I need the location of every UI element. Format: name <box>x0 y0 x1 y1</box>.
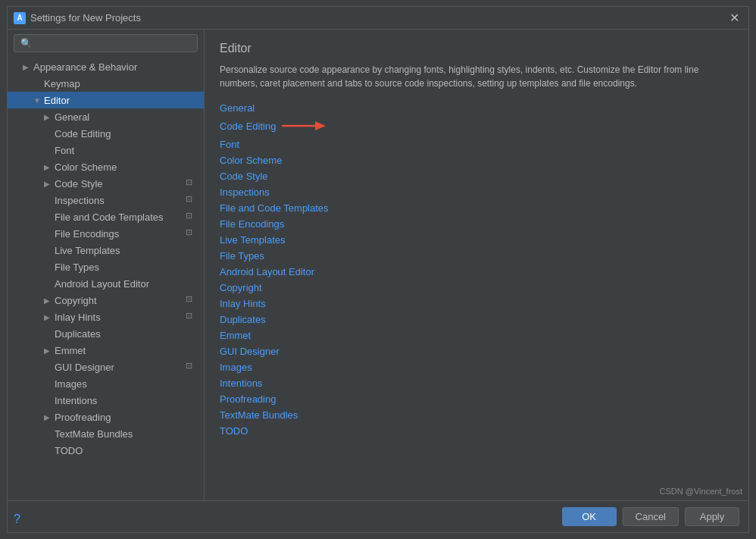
sidebar-item-label: GUI Designer <box>55 362 183 373</box>
content-link-emmet[interactable]: Emmet <box>220 329 733 342</box>
sidebar-item-inspections[interactable]: Inspections ⊡ <box>8 192 204 208</box>
copy-icon: ⊡ <box>186 194 198 206</box>
sidebar-item-label: Emmet <box>55 345 198 356</box>
sidebar-item-code-editing[interactable]: Code Editing <box>8 125 204 142</box>
sidebar-item-textmate-bundles[interactable]: TextMate Bundles <box>8 425 204 442</box>
content-link-general[interactable]: General <box>220 102 255 114</box>
ok-button[interactable]: OK <box>562 507 617 526</box>
sidebar-item-emmet[interactable]: ▶ Emmet <box>8 342 204 359</box>
help-button[interactable]: ? <box>14 512 20 526</box>
sidebar-item-color-scheme[interactable]: ▶ Color Scheme <box>8 158 204 175</box>
content-link-gui-designer[interactable]: GUI Designer <box>220 345 733 358</box>
copy-icon: ⊡ <box>186 211 198 223</box>
sidebar-item-appearance[interactable]: ▶ Appearance & Behavior <box>8 58 204 75</box>
sidebar-item-label: Copyright <box>55 295 183 306</box>
apply-button[interactable]: Apply <box>685 507 739 526</box>
sidebar-item-label: Inlay Hints <box>55 312 183 323</box>
content-link-images[interactable]: Images <box>220 361 733 374</box>
sidebar-item-label: General <box>55 111 198 123</box>
content-link-file-encodings[interactable]: File Encodings <box>220 218 733 230</box>
content-link-duplicates[interactable]: Duplicates <box>220 313 733 326</box>
sidebar-item-proofreading[interactable]: ▶ Proofreading <box>8 409 204 425</box>
sidebar-item-duplicates[interactable]: Duplicates <box>8 325 204 342</box>
content-link-android-layout-editor[interactable]: Android Layout Editor <box>220 265 733 278</box>
content-link-inspections[interactable]: Inspections <box>220 186 733 199</box>
content-link-live-templates[interactable]: Live Templates <box>220 233 733 246</box>
content-area: Editor Personalize source code appearanc… <box>205 30 748 500</box>
search-icon: 🔍 <box>20 38 32 49</box>
sidebar-item-file-types[interactable]: File Types <box>8 259 204 275</box>
sidebar: 🔍 ▶ Appearance & Behavior Keymap ▼ Edito… <box>8 30 205 500</box>
copy-icon: ⊡ <box>186 311 198 323</box>
content-link-proofreading[interactable]: Proofreading <box>220 393 733 406</box>
search-input[interactable] <box>35 38 191 49</box>
sidebar-item-label: Code Style <box>55 178 183 190</box>
close-button[interactable]: ✕ <box>726 11 742 26</box>
title-bar-left: A Settings for New Projects <box>14 12 141 24</box>
sidebar-item-keymap[interactable]: Keymap <box>8 75 204 92</box>
arrow-icon: ▶ <box>44 113 55 121</box>
sidebar-item-images[interactable]: Images <box>8 375 204 392</box>
title-bar: A Settings for New Projects ✕ <box>8 7 748 30</box>
copy-icon: ⊡ <box>186 177 198 190</box>
content-link-color-scheme[interactable]: Color Scheme <box>220 154 733 167</box>
content-links: Font Color Scheme Code Style Inspections… <box>220 138 733 437</box>
sidebar-item-label: Editor <box>44 95 198 106</box>
sidebar-item-gui-designer[interactable]: GUI Designer ⊡ <box>8 359 204 375</box>
content-link-textmate-bundles[interactable]: TextMate Bundles <box>220 409 733 421</box>
sidebar-item-label: Duplicates <box>55 328 198 340</box>
content-link-intentions[interactable]: Intentions <box>220 377 733 390</box>
copy-icon: ⊡ <box>186 294 198 306</box>
sidebar-item-label: File Encodings <box>55 228 183 240</box>
sidebar-item-file-encodings[interactable]: File Encodings ⊡ <box>8 225 204 242</box>
dialog-title: Settings for New Projects <box>30 12 141 24</box>
sidebar-item-general[interactable]: ▶ General <box>8 108 204 125</box>
sidebar-item-label: Proofreading <box>55 412 198 423</box>
content-link-font[interactable]: Font <box>220 138 733 151</box>
copy-icon: ⊡ <box>186 227 198 240</box>
content-description: Personalize source code appearance by ch… <box>220 63 733 90</box>
arrow-icon: ▶ <box>44 163 55 171</box>
app-icon: A <box>14 12 26 24</box>
arrow-icon: ▶ <box>44 180 55 188</box>
content-link-code-style[interactable]: Code Style <box>220 170 733 183</box>
arrow-annotation <box>282 118 327 133</box>
content-link-copyright[interactable]: Copyright <box>220 281 733 294</box>
content-link-file-code-templates[interactable]: File and Code Templates <box>220 202 733 215</box>
arrow-icon: ▼ <box>33 96 44 105</box>
arrow-icon: ▶ <box>23 63 33 71</box>
sidebar-item-label: Color Scheme <box>55 161 198 173</box>
cancel-button[interactable]: Cancel <box>623 507 679 526</box>
svg-marker-1 <box>315 121 326 130</box>
sidebar-item-code-style[interactable]: ▶ Code Style ⊡ <box>8 175 204 192</box>
sidebar-item-editor[interactable]: ▼ Editor <box>8 92 204 108</box>
sidebar-item-copyright[interactable]: ▶ Copyright ⊡ <box>8 292 204 309</box>
sidebar-item-font[interactable]: Font <box>8 142 204 158</box>
arrow-icon: ▶ <box>44 313 55 321</box>
sidebar-item-label: Intentions <box>55 395 198 406</box>
sidebar-item-label: TODO <box>55 445 198 456</box>
sidebar-item-file-code-templates[interactable]: File and Code Templates ⊡ <box>8 208 204 225</box>
sidebar-item-label: Images <box>55 378 198 390</box>
content-link-inlay-hints[interactable]: Inlay Hints <box>220 297 733 310</box>
content-link-code-editing[interactable]: Code Editing <box>220 120 276 133</box>
sidebar-item-android-layout-editor[interactable]: Android Layout Editor <box>8 275 204 292</box>
sidebar-item-todo[interactable]: TODO <box>8 442 204 459</box>
settings-tree: ▶ Appearance & Behavior Keymap ▼ Editor … <box>8 57 204 500</box>
sidebar-item-label: Android Layout Editor <box>55 278 198 290</box>
watermark: CSDN @Vincent_frost <box>660 487 742 496</box>
content-link-file-types[interactable]: File Types <box>220 249 733 262</box>
arrow-icon: ▶ <box>44 413 55 421</box>
sidebar-item-label: Font <box>55 145 198 156</box>
sidebar-item-inlay-hints[interactable]: ▶ Inlay Hints ⊡ <box>8 309 204 325</box>
sidebar-item-label: Inspections <box>55 195 183 206</box>
sidebar-item-live-templates[interactable]: Live Templates <box>8 242 204 259</box>
main-content: 🔍 ▶ Appearance & Behavior Keymap ▼ Edito… <box>8 30 748 500</box>
arrow-icon: ▶ <box>44 296 55 305</box>
sidebar-item-intentions[interactable]: Intentions <box>8 392 204 409</box>
sidebar-item-label: Appearance & Behavior <box>33 61 198 73</box>
copy-icon: ⊡ <box>186 361 198 373</box>
content-title: Editor <box>220 42 733 55</box>
content-link-todo[interactable]: TODO <box>220 425 733 437</box>
search-box[interactable]: 🔍 <box>14 34 198 52</box>
